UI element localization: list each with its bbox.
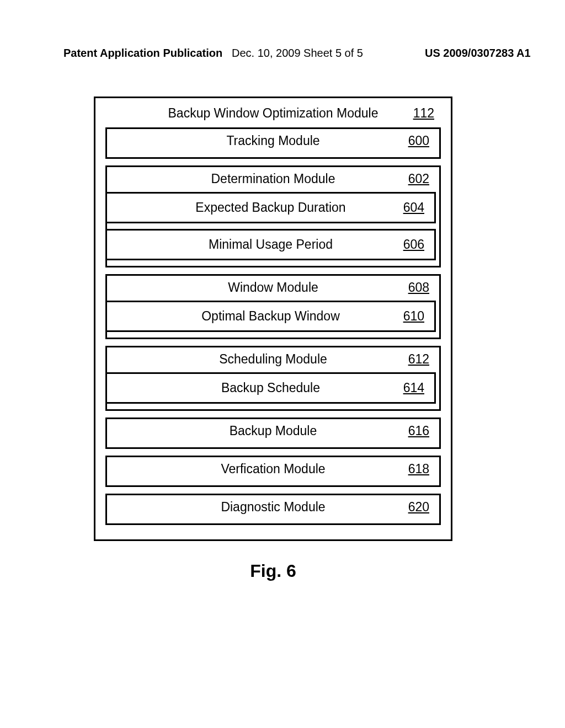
module-title-row: Verfication Module 618 — [110, 462, 436, 477]
module-title: Verfication Module — [221, 462, 325, 476]
module-ref: 618 — [408, 462, 429, 477]
header-right: US 2009/0307283 A1 — [425, 47, 531, 60]
module-ref: 616 — [408, 424, 429, 438]
outer-module-title-row: Backup Window Optimization Module 112 — [105, 106, 441, 121]
module-box: Scheduling Module 612 Backup Schedule 61… — [105, 346, 441, 411]
module-ref: 620 — [408, 500, 429, 515]
sub-module-box: Optimal Backup Window 610 — [107, 301, 436, 332]
module-box: Diagnostic Module 620 — [105, 494, 441, 525]
sub-module-title: Optimal Backup Window — [201, 309, 340, 323]
sub-module-title-row: Optimal Backup Window 610 — [110, 309, 431, 324]
sub-module-title: Minimal Usage Period — [209, 237, 333, 251]
module-title-row: Determination Module 602 — [110, 172, 436, 186]
figure-caption: Fig. 6 — [94, 561, 452, 581]
figure-area: Backup Window Optimization Module 112 Tr… — [94, 97, 452, 581]
module-title-row: Window Module 608 — [110, 280, 436, 295]
module-title-row: Diagnostic Module 620 — [110, 500, 436, 515]
module-title: Determination Module — [211, 172, 335, 186]
sub-module-box: Minimal Usage Period 606 — [107, 229, 436, 260]
outer-module-title: Backup Window Optimization Module — [168, 106, 379, 120]
module-title-row: Tracking Module 600 — [110, 133, 436, 148]
sub-module-title-row: Minimal Usage Period 606 — [110, 237, 431, 252]
module-title: Window Module — [228, 280, 318, 295]
sub-module-title: Expected Backup Duration — [195, 200, 345, 215]
sub-module-ref: 614 — [403, 381, 424, 395]
outer-module-box: Backup Window Optimization Module 112 Tr… — [94, 97, 452, 541]
sub-module-title-row: Backup Schedule 614 — [110, 381, 431, 395]
outer-module-ref: 112 — [413, 106, 434, 121]
module-box: Window Module 608 Optimal Backup Window … — [105, 274, 441, 339]
module-title: Scheduling Module — [219, 352, 327, 366]
module-ref: 608 — [408, 280, 429, 295]
sub-module-ref: 604 — [403, 200, 424, 215]
module-title: Tracking Module — [226, 133, 319, 148]
module-ref: 612 — [408, 352, 429, 367]
header-left: Patent Application Publication — [63, 47, 222, 60]
module-title: Backup Module — [230, 424, 317, 438]
sub-module-ref: 610 — [403, 309, 424, 324]
module-title-row: Backup Module 616 — [110, 424, 436, 438]
module-title-row: Scheduling Module 612 — [110, 352, 436, 367]
sub-module-ref: 606 — [403, 237, 424, 252]
module-box: Verfication Module 618 — [105, 456, 441, 487]
sub-module-box: Expected Backup Duration 604 — [107, 192, 436, 223]
sub-module-title: Backup Schedule — [221, 381, 320, 395]
module-box: Tracking Module 600 — [105, 127, 441, 159]
module-ref: 602 — [408, 172, 429, 186]
module-title: Diagnostic Module — [221, 500, 325, 514]
header-mid: Dec. 10, 2009 Sheet 5 of 5 — [232, 47, 363, 60]
module-box: Backup Module 616 — [105, 417, 441, 449]
sub-module-box: Backup Schedule 614 — [107, 372, 436, 404]
module-box: Determination Module 602 Expected Backup… — [105, 165, 441, 267]
sub-module-title-row: Expected Backup Duration 604 — [110, 200, 431, 215]
module-ref: 600 — [408, 133, 429, 148]
